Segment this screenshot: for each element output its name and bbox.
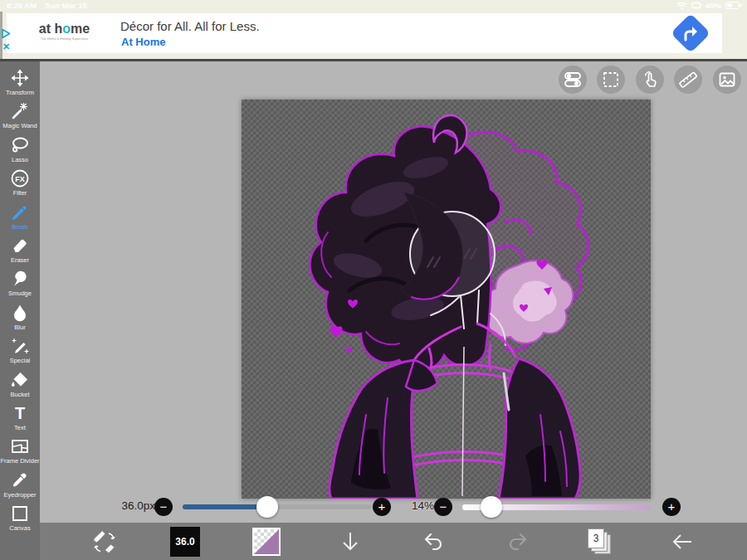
- status-bar: 6:26 AM Sun Mar 15 40%: [0, 0, 747, 12]
- ruler-icon: [678, 70, 698, 90]
- selection-button[interactable]: [597, 66, 625, 94]
- bucket-icon: [11, 371, 29, 389]
- sidebar-item-smudge[interactable]: Smudge: [0, 270, 40, 303]
- redo-button[interactable]: [505, 530, 529, 557]
- opacity-minus-button[interactable]: −: [434, 498, 452, 516]
- sidebar-item-brush[interactable]: Brush: [0, 203, 40, 236]
- brush-size-value: 36.0px: [108, 499, 155, 512]
- logo-tagline: The Home & Holiday Superstore: [25, 37, 104, 41]
- sidebar-item-eraser[interactable]: Eraser: [0, 236, 40, 270]
- brush-size-minus-button[interactable]: −: [154, 498, 173, 516]
- svg-text:FX: FX: [15, 175, 25, 183]
- drawing-canvas[interactable]: [242, 100, 651, 499]
- ad-cta-link[interactable]: At Home: [121, 36, 165, 48]
- bottom-toolbar: 36.0 3: [40, 523, 747, 560]
- brush-icon: [11, 203, 29, 222]
- tool-sidebar: Transform Magic Wand Lasso FX Filter: [0, 61, 40, 560]
- down-arrow-button[interactable]: [339, 530, 362, 557]
- sidebar-item-label: Frame Divider: [0, 457, 39, 465]
- sidebar-item-canvas[interactable]: Canvas: [0, 504, 40, 538]
- battery-percent: 40%: [706, 1, 721, 10]
- sidebar-item-label: Brush: [12, 223, 28, 231]
- ruler-button[interactable]: [674, 66, 702, 94]
- opacity-slider-thumb[interactable]: [481, 496, 502, 518]
- special-pen-icon: [11, 337, 29, 355]
- touch-gesture-icon: [640, 70, 660, 90]
- battery-icon: [725, 2, 742, 9]
- ad-close-icon[interactable]: ✕: [2, 42, 10, 51]
- sidebar-item-label: Smudge: [8, 290, 32, 297]
- current-color: [254, 529, 279, 554]
- sidebar-item-transform[interactable]: Transform: [0, 69, 40, 102]
- down-arrow-icon: [339, 530, 362, 553]
- back-arrow-icon: [671, 530, 694, 553]
- brush-size-slider-fill: [183, 504, 267, 509]
- redo-icon: [505, 530, 529, 553]
- advertiser-logo[interactable]: at home The Home & Holiday Superstore: [25, 22, 104, 41]
- tool-swap-button[interactable]: [92, 529, 117, 558]
- brush-settings-icon: [563, 70, 583, 90]
- sidebar-item-label: Transform: [6, 89, 34, 96]
- ad-directions-icon[interactable]: [671, 13, 710, 53]
- canvas-icon: [11, 504, 29, 523]
- sidebar-item-label: Canvas: [9, 524, 30, 532]
- adchoices-icon[interactable]: [1, 28, 12, 41]
- canvas-area: 36.0px − + 14% − +: [40, 61, 747, 523]
- status-misc-icon: [691, 2, 701, 9]
- artwork: [242, 100, 651, 499]
- blur-drop-icon: [11, 304, 29, 322]
- sidebar-item-lasso[interactable]: Lasso: [0, 136, 40, 169]
- frame-divider-icon: [11, 437, 29, 455]
- logo-o-mark: o: [62, 22, 71, 36]
- sidebar-item-label: Text: [14, 424, 26, 431]
- sidebar-item-filter[interactable]: FX Filter: [0, 169, 40, 202]
- brush-size-preview[interactable]: 36.0: [170, 527, 200, 557]
- material-button[interactable]: [713, 66, 741, 94]
- ibispaint-app-window: 6:26 AM Sun Mar 15 40% at home: [0, 0, 747, 560]
- magic-wand-icon: [11, 102, 29, 120]
- color-swatch[interactable]: [252, 528, 281, 556]
- undo-button[interactable]: [422, 530, 446, 557]
- eraser-icon: [11, 236, 29, 255]
- sidebar-item-label: Lasso: [12, 156, 28, 163]
- sidebar-item-label: Bucket: [11, 391, 30, 398]
- ad-headline[interactable]: Décor for All. All for Less.: [120, 19, 260, 33]
- svg-text:T: T: [15, 404, 25, 422]
- opacity-plus-button[interactable]: +: [662, 498, 681, 516]
- sidebar-item-label: Eyedropper: [4, 491, 37, 499]
- sidebar-item-label: Eraser: [11, 256, 29, 264]
- brush-eraser-swap-icon: [92, 529, 117, 554]
- touch-gesture-button[interactable]: [636, 66, 664, 94]
- sidebar-item-magic-wand[interactable]: Magic Wand: [0, 102, 40, 135]
- eyedropper-icon: [11, 471, 29, 489]
- layers-button[interactable]: 3: [588, 528, 613, 555]
- material-image-icon: [717, 70, 737, 90]
- ad-card[interactable]: at home The Home & Holiday Superstore Dé…: [7, 13, 722, 53]
- brush-size-plus-button[interactable]: +: [373, 498, 391, 516]
- brush-size-slider-thumb[interactable]: [256, 496, 278, 518]
- transform-icon: [11, 69, 29, 87]
- text-icon: T: [11, 404, 29, 422]
- sidebar-item-bucket[interactable]: Bucket: [0, 371, 40, 404]
- sidebar-item-label: Special: [10, 357, 31, 364]
- back-button[interactable]: [671, 530, 694, 557]
- sidebar-item-eyedropper[interactable]: Eyedropper: [0, 471, 40, 504]
- sidebar-item-frame-divider[interactable]: Frame Divider: [0, 437, 40, 470]
- ad-banner: at home The Home & Holiday Superstore Dé…: [0, 12, 747, 59]
- sidebar-item-text[interactable]: T Text: [0, 404, 40, 437]
- brush-settings-button[interactable]: [559, 66, 587, 94]
- undo-icon: [422, 530, 446, 553]
- sidebar-item-special[interactable]: Special: [0, 337, 40, 370]
- layer-count-badge: 3: [588, 528, 604, 548]
- sidebar-item-label: Filter: [13, 189, 27, 197]
- status-date: Sun Mar 15: [45, 1, 87, 10]
- sidebar-item-blur[interactable]: Blur: [0, 304, 40, 337]
- lasso-icon: [11, 136, 29, 154]
- smudge-icon: [11, 270, 29, 288]
- filter-fx-icon: FX: [11, 169, 29, 187]
- status-time: 6:26 AM: [7, 1, 37, 10]
- wifi-icon: [676, 2, 687, 10]
- sidebar-item-label: Magic Wand: [2, 122, 37, 129]
- opacity-value: 14%: [405, 499, 434, 512]
- sidebar-item-label: Blur: [14, 324, 25, 331]
